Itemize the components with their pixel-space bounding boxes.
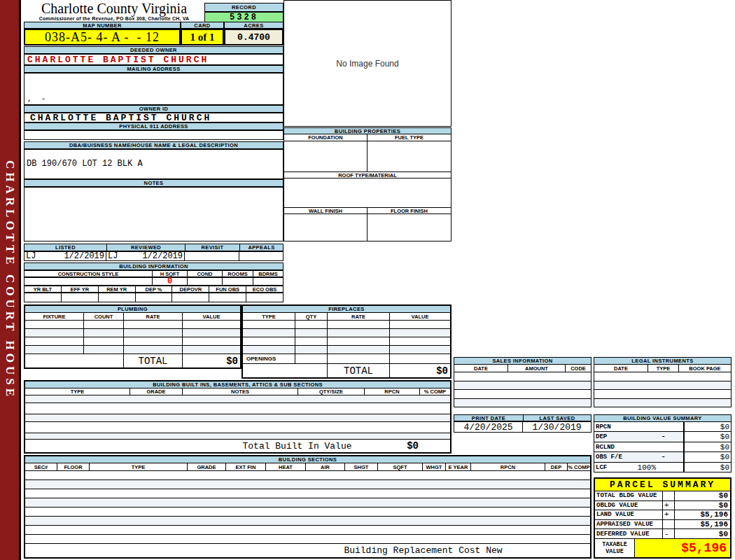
sales-information-table: SALES INFORMATION DATE AMOUNT CODE xyxy=(454,357,592,407)
building-sections-footer: Building Replacement Cost New xyxy=(25,544,590,557)
bi-notes-label: NOTES xyxy=(183,388,298,395)
building-value-summary-table: BUILDING VALUE SUMMARY RPCN $0 DEP - $0 … xyxy=(594,414,732,472)
bvs-dep-label: DEP xyxy=(594,432,659,442)
fuel-type-label: FUEL TYPE xyxy=(368,134,451,141)
foundation-value xyxy=(284,141,368,172)
bs-whgt-label: WHGT xyxy=(423,463,446,470)
plumbing-total-label: TOTAL xyxy=(124,354,183,368)
built-ins-row xyxy=(25,403,450,414)
owner-id-label: OWNER ID xyxy=(24,105,284,113)
sales-row xyxy=(454,399,591,407)
bvs-obs-value: $0 xyxy=(683,452,731,462)
legal-instruments-table: LEGAL INSTRUMENTS DATE TYPE BOOK PAGE xyxy=(594,357,732,407)
county-header: Charlotte County Virginia Commissioner o… xyxy=(24,1,204,22)
listed-date: 1/2/2019 xyxy=(64,251,104,261)
funobs-label: FUN OBS xyxy=(209,286,246,292)
built-ins-total-value: $0 xyxy=(407,440,419,452)
plumbing-table: PLUMBING FIXTURE COUNT RATE VALUE TOTAL … xyxy=(24,304,241,369)
legal-bookpage-label: BOOK PAGE xyxy=(679,365,731,372)
parcel-row-taxable: TAXABLE VALUE $5,196 xyxy=(595,539,730,557)
fireplaces-total-label: TOTAL xyxy=(328,364,390,377)
card-value: 1 of 1 xyxy=(181,29,224,46)
fireplaces-openings-row: OPENINGS xyxy=(243,354,450,364)
bs-heat-label: HEAT xyxy=(266,463,306,470)
built-ins-row xyxy=(25,422,450,433)
parcel-row-totalbldg: TOTAL BLDG VALUE $0 xyxy=(595,491,730,501)
deeded-owner-label: DEEDED OWNER xyxy=(24,46,284,54)
foundation-label: FOUNDATION xyxy=(284,134,368,141)
bs-comp-label: % COMP xyxy=(568,463,590,470)
bvs-rclnd-label: RCLND xyxy=(594,442,659,451)
bvs-rpcn-op xyxy=(659,422,683,431)
parcel-row-land: LAND VALUE + $5,196 xyxy=(595,510,730,520)
bs-rpcn-label: RPCN xyxy=(471,463,545,470)
owner-id-value: CHARLOTTE BAPTIST CHURCH xyxy=(24,113,284,122)
record-label: RECORD xyxy=(204,3,284,12)
parcel-appraised-label: APPRAISED VALUE xyxy=(595,520,663,529)
yrblt-label: YR BLT xyxy=(24,286,62,292)
hsqft-label: H SQFT xyxy=(153,271,188,276)
parcel-appraised-value: $5,196 xyxy=(675,520,730,529)
building-sections-header-row: SEC# FLOOR TYPE GRADE EXT FIN HEAT AIR S… xyxy=(25,463,590,471)
plumbing-row xyxy=(25,329,240,337)
revisit-value xyxy=(185,252,239,260)
building-sections-row xyxy=(25,498,590,507)
listed-value: LJ1/2/2019 xyxy=(24,252,106,260)
legal-row xyxy=(594,399,731,407)
built-ins-title: BUILDING BUILT INS, BASEMENTS, ATTICS & … xyxy=(25,382,450,388)
fireplaces-row xyxy=(243,321,450,329)
bs-extfin-label: EXT FIN xyxy=(226,463,266,470)
reviewed-date: 1/2/2019 xyxy=(142,251,183,261)
print-date-label: PRINT DATE xyxy=(454,414,523,421)
building-sections-row xyxy=(25,517,590,526)
construction-style-value xyxy=(24,278,153,285)
county-name: Charlotte County Virginia xyxy=(24,1,204,16)
roof-label: ROOF TYPE/MATERIAL xyxy=(284,172,451,178)
building-info-value-row2 xyxy=(24,293,284,302)
map-number-value: 038-A5- 4- A - - 12 xyxy=(24,29,181,46)
parcel-obldg-value: $0 xyxy=(675,501,730,510)
revisit-label: REVISIT xyxy=(185,244,239,251)
bvs-obs-op: - xyxy=(659,452,683,462)
property-image-placeholder: No Image Found xyxy=(284,0,451,127)
parcel-deferred-label: DEFERRED VALUE xyxy=(595,529,663,538)
appeals-label: APPEALS xyxy=(239,244,284,251)
listed-label: LISTED xyxy=(24,244,106,251)
count-label: COUNT xyxy=(84,313,124,320)
building-sections-title: BUILDING SECTIONS xyxy=(25,456,590,463)
parcel-totalbldg-op xyxy=(663,491,675,500)
physical-address-label: PHYSICAL 911 ADDRESS xyxy=(24,122,284,130)
fireplaces-table: FIREPLACES TYPE QTY RATE VALUE OPENINGS … xyxy=(241,304,451,379)
bvs-obs-label: OBS F/E xyxy=(594,452,659,462)
bs-type-label: TYPE xyxy=(90,463,188,470)
remyr-label: REM YR xyxy=(99,286,136,292)
card-label: CARD xyxy=(181,22,224,29)
mailing-address-value: , - xyxy=(24,73,284,105)
review-header-row: LISTED REVIEWED REVISIT APPEALS xyxy=(24,244,284,251)
parcel-land-op: + xyxy=(663,510,675,519)
bp-header-row2: WALL FINISH FLOOR FINISH xyxy=(284,208,451,214)
building-sections-row xyxy=(25,526,590,535)
cond-value xyxy=(188,278,223,285)
rooms-label: ROOMS xyxy=(223,271,253,276)
bvs-rpcn-label: RPCN xyxy=(594,422,659,431)
parcel-deferred-value: $0 xyxy=(675,529,730,538)
building-properties-title: BUILDING PROPERTIES xyxy=(284,128,451,134)
bs-grade-label: GRADE xyxy=(188,463,226,470)
building-sections-table: BUILDING SECTIONS SEC# FLOOR TYPE GRADE … xyxy=(24,455,592,559)
bi-grade-label: GRADE xyxy=(130,388,183,395)
parcel-totalbldg-label: TOTAL BLDG VALUE xyxy=(595,491,663,500)
bvs-lcf-op xyxy=(659,463,683,472)
sales-header-row: DATE AMOUNT CODE xyxy=(454,365,591,372)
parcel-row-appraised: APPRAISED VALUE $5,196 xyxy=(595,520,730,530)
appeals-value xyxy=(239,252,283,260)
bvs-lcf-pct: 100% xyxy=(638,463,656,472)
effyr-label: EFF YR xyxy=(62,286,99,292)
parcel-row-obldg: OBLDG VALUE + $0 xyxy=(595,501,730,511)
fireplaces-total-row: TOTAL $0 xyxy=(243,364,450,377)
built-ins-header-row: TYPE GRADE NOTES QTY/SIZE RPCN % COMP xyxy=(25,388,450,396)
floor-finish-value xyxy=(368,214,451,241)
built-ins-table: BUILDING BUILT INS, BASEMENTS, ATTICS & … xyxy=(24,380,451,454)
bs-sec-label: SEC# xyxy=(25,463,57,470)
fp-type-label: TYPE xyxy=(243,313,295,320)
